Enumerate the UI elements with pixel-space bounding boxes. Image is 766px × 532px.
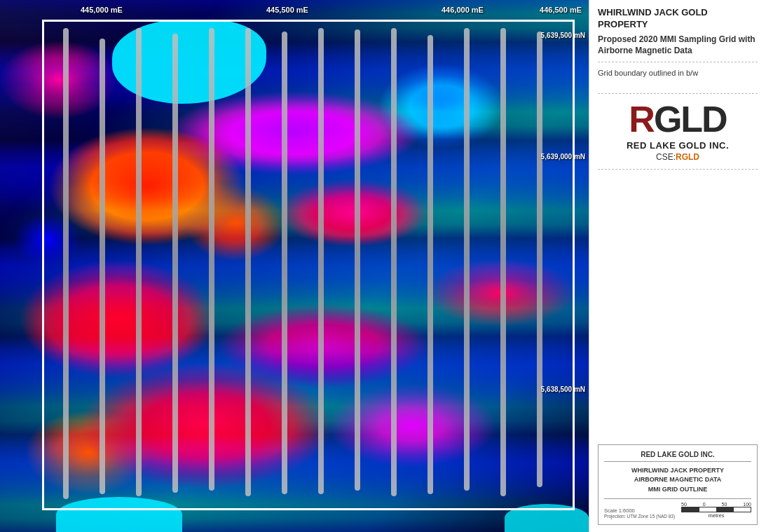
scale-bar-visual: [681, 507, 751, 512]
info-line2: AIRBORNE MAGNETIC DATA: [604, 475, 751, 485]
grid-line: [282, 32, 287, 494]
scale-num-50b: 50: [722, 502, 727, 507]
grid-line: [318, 28, 324, 494]
grid-line: [500, 28, 506, 496]
info-box-divider: [604, 498, 751, 499]
logo-gld-letters: GLD: [654, 101, 727, 137]
grid-line: [355, 29, 360, 491]
sampling-grid-lines: [43, 21, 573, 509]
grid-line: [391, 28, 397, 496]
grid-boundary-text: Grid boundary outlined in b/w: [598, 68, 758, 79]
map-label-5639000: 5,639,000 mN: [541, 153, 585, 161]
sb-seg3: [716, 507, 734, 512]
scale-num-0: 0: [703, 502, 706, 507]
panel-top: WHIRLWIND JACK GOLD PROPERTY Proposed 20…: [598, 7, 758, 444]
grid-line: [100, 39, 105, 494]
map-label-5639500: 5,639,500 mN: [541, 32, 585, 39]
map-label-445000: 445,000 mE: [81, 6, 123, 14]
info-box-title: WHIRLWIND JACK PROPERTY AIRBORNE MAGNETI…: [604, 466, 751, 495]
info-box: RED LAKE GOLD INC. WHIRLWIND JACK PROPER…: [598, 444, 758, 526]
logo-r-letter: R: [629, 101, 654, 137]
grid-line: [464, 28, 470, 491]
grid-line: [428, 35, 433, 494]
map-label-446500: 446,500 mE: [540, 6, 582, 14]
scale-label: Scale 1:6000: [604, 507, 675, 514]
right-panel: WHIRLWIND JACK GOLD PROPERTY Proposed 20…: [589, 0, 766, 532]
metres-label: metres: [709, 512, 725, 519]
divider-1: [598, 62, 758, 62]
grid-line: [537, 32, 542, 487]
scale-bar-numbers: 50 0 50 100: [681, 502, 751, 507]
property-subtitle: Proposed 2020 MMI Sampling Grid with Air…: [598, 34, 758, 56]
info-box-company: RED LAKE GOLD INC.: [604, 451, 751, 462]
grid-line: [245, 28, 251, 496]
map-label-445500: 445,500 mE: [266, 6, 308, 14]
cse-line: CSE:RGLD: [598, 152, 758, 162]
logo-section: R GLD RED LAKE GOLD INC. CSE:RGLD: [598, 101, 758, 162]
grid-line: [209, 28, 214, 491]
grid-line: [136, 28, 142, 496]
scale-info: Scale 1:6000 Projection: UTM Zone 15 (NA…: [604, 507, 675, 519]
grid-line: [63, 28, 69, 499]
grid-line: [172, 34, 178, 493]
divider-2: [598, 93, 758, 94]
info-line3: MMI GRID OUTLINE: [604, 485, 751, 495]
cse-ticker: RGLD: [676, 152, 699, 162]
main-container: 445,000 mE 445,500 mE 446,000 mE 446,500…: [0, 0, 766, 532]
scale-num-100: 100: [743, 502, 751, 507]
info-line1: WHIRLWIND JACK PROPERTY: [604, 466, 751, 476]
map-section: 445,000 mE 445,500 mE 446,000 mE 446,500…: [0, 0, 589, 532]
sb-seg4: [733, 507, 751, 512]
divider-3: [598, 169, 758, 170]
scale-bar-section: Scale 1:6000 Projection: UTM Zone 15 (NA…: [604, 502, 751, 519]
cse-label: CSE:: [656, 152, 676, 162]
scale-bar: 50 0 50 100 metres: [681, 502, 751, 519]
map-label-446000: 446,000 mE: [442, 6, 484, 14]
sb-seg1: [682, 507, 699, 512]
company-name: RED LAKE GOLD INC.: [598, 140, 758, 151]
rgld-logo: R GLD: [598, 101, 758, 137]
map-label-5638500: 5,638,500 mN: [541, 386, 585, 393]
projection-label: Projection: UTM Zone 15 (NAD 83): [604, 514, 675, 519]
scale-num-50: 50: [681, 502, 687, 507]
property-title: WHIRLWIND JACK GOLD PROPERTY: [598, 7, 758, 31]
sb-seg2: [699, 507, 716, 512]
